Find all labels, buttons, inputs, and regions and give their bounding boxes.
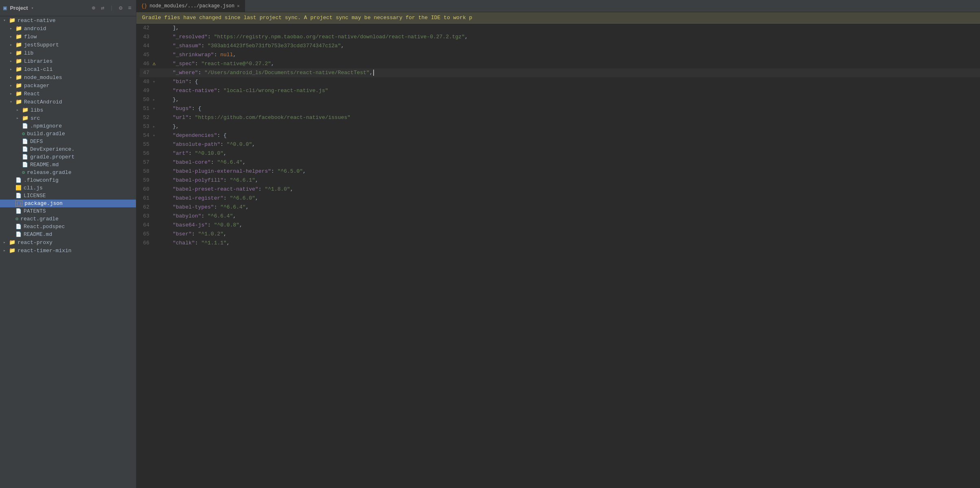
- tree-item-release_gradle[interactable]: ⚙release.gradle: [0, 169, 136, 176]
- tree-item-src[interactable]: ▸📁src: [0, 114, 136, 122]
- tree-item-label: React.podspec: [24, 224, 65, 230]
- tree-item-label: .npmignore: [30, 123, 62, 129]
- tree-item-react_proxy[interactable]: ▸📁react-proxy: [0, 238, 136, 246]
- file-icon: 📄: [22, 123, 28, 129]
- token-key: "chalk": [173, 240, 195, 246]
- token-key: "_resolved": [173, 34, 208, 40]
- tree-item-cli_js[interactable]: 🟨cli.js: [0, 184, 136, 192]
- tree-item-_npmignore[interactable]: 📄.npmignore: [0, 122, 136, 130]
- code-line: 51▾ "bugs": {: [140, 104, 980, 113]
- line-number: 42: [140, 24, 153, 33]
- active-tab[interactable]: {} node_modules/.../package.json ✕: [136, 0, 245, 12]
- line-number: 58: [140, 167, 153, 176]
- tree-item-label: build.gradle: [27, 131, 65, 137]
- tree-item-PATENTS[interactable]: 📄PATENTS: [0, 207, 136, 215]
- tree-item-label: libs: [31, 107, 43, 113]
- tree-item-build_gradle[interactable]: ⚙build.gradle: [0, 130, 136, 138]
- tree-item-DEFS[interactable]: 📄DEFS: [0, 138, 136, 145]
- token-punct: :: [195, 61, 201, 67]
- tree-item-lib[interactable]: ▸📁lib: [0, 49, 136, 57]
- folder-arrow-icon: ▸: [10, 51, 15, 55]
- gear-icon[interactable]: ⚙: [119, 4, 122, 11]
- sync-icon[interactable]: ⇄: [101, 4, 104, 11]
- collapse-icon[interactable]: ≡: [128, 5, 131, 11]
- project-header: ▣ Project ▾ ⊕ ⇄ | ⚙ ≡: [0, 0, 136, 16]
- token-key: "base64-js": [173, 222, 208, 228]
- add-icon[interactable]: ⊕: [92, 4, 95, 11]
- line-number: 47: [140, 68, 153, 77]
- code-line: 49 "react-native": "local-cli/wrong-reac…: [140, 86, 980, 95]
- code-line: 45 "_shrinkwrap": null,: [140, 51, 980, 59]
- token-punct: ,: [341, 43, 344, 49]
- file-icon: ⚙: [22, 169, 25, 176]
- editor-main: {} node_modules/.../package.json ✕ Gradl…: [136, 0, 980, 488]
- code-line: 53▸ },: [140, 122, 980, 131]
- code-editor[interactable]: 42 ],43 "_resolved": "https://registry.n…: [136, 24, 980, 488]
- folder-arrow-icon: ▸: [10, 91, 15, 96]
- file-tree: ▾📁react-native▸📁android▸📁flow▸📁jestSuppo…: [0, 16, 136, 255]
- tree-item-gradle_propert[interactable]: 📄gradle.propert: [0, 153, 136, 161]
- tree-item-LICENSE[interactable]: 📄LICENSE: [0, 192, 136, 200]
- token-punct: : {: [217, 132, 226, 138]
- tree-item-label: ReactAndroid: [24, 99, 62, 105]
- token-str: "^0.0.8": [214, 222, 239, 228]
- tree-item-package_json[interactable]: {}package.json: [0, 200, 136, 207]
- fold-gutter: ▸: [153, 95, 160, 104]
- header-dropdown-icon[interactable]: ▾: [31, 6, 34, 11]
- tree-item-react_gradle[interactable]: ⚙react.gradle: [0, 215, 136, 223]
- token-key: "_shrinkwrap": [173, 52, 214, 58]
- tree-item-label: cli.js: [24, 185, 43, 191]
- tab-label: node_modules/.../package.json: [149, 3, 234, 9]
- code-tokens: "chalk": "^1.1.1",: [160, 239, 230, 248]
- tree-item-README_md[interactable]: 📄README.md: [0, 231, 136, 238]
- tree-item-_flowconfig[interactable]: 📄.flowconfig: [0, 176, 136, 184]
- tree-item-jestSupport[interactable]: ▸📁jestSupport: [0, 41, 136, 49]
- code-tokens: "babel-plugin-external-helpers": "^6.5.0…: [160, 167, 306, 176]
- file-icon: 📄: [15, 231, 22, 237]
- folder-arrow-icon: ▸: [10, 26, 15, 31]
- token-punct: :: [271, 168, 278, 174]
- tree-item-React[interactable]: ▸📁React: [0, 90, 136, 98]
- token-key: "babel-core": [173, 159, 211, 165]
- token-punct: ,: [290, 186, 293, 192]
- fold-gutter: ▾: [153, 131, 160, 140]
- token-str: "https://github.com/facebook/react-nativ…: [195, 114, 350, 121]
- code-line: 54▾ "dependencies": {: [140, 131, 980, 140]
- line-number: 50: [140, 95, 153, 104]
- tree-item-React_podspec[interactable]: 📄React.podspec: [0, 223, 136, 231]
- tree-item-Libraries[interactable]: ▸📁Libraries: [0, 57, 136, 65]
- line-number: 51: [140, 104, 153, 113]
- fold-gutter: ▸: [153, 122, 160, 131]
- line-number: 49: [140, 86, 153, 95]
- tree-item-packager[interactable]: ▸📁packager: [0, 81, 136, 90]
- code-line: 58 "babel-plugin-external-helpers": "^6.…: [140, 167, 980, 176]
- token-str: "https://registry.npm.taobao.org/react-n…: [214, 34, 465, 40]
- tree-item-DevExperience_[interactable]: 📄DevExperience.: [0, 145, 136, 153]
- token-punct: : {: [192, 106, 201, 112]
- token-punct: ,: [246, 204, 249, 210]
- token-key: "bin": [173, 79, 188, 85]
- code-tokens: "babel-types": "^6.6.4",: [160, 203, 249, 212]
- tree-item-react_native[interactable]: ▾📁react-native: [0, 16, 136, 24]
- token-str: "react-native@^0.27.2": [201, 61, 271, 67]
- tree-item-libs[interactable]: ▸📁libs: [0, 106, 136, 114]
- token-key: "absolute-path": [173, 141, 220, 147]
- tree-item-ReactAndroid[interactable]: ▾📁ReactAndroid: [0, 98, 136, 106]
- folder-arrow-icon: ▸: [10, 67, 15, 72]
- code-tokens: "bin": {: [160, 77, 198, 86]
- file-icon: 📄: [15, 177, 22, 183]
- tree-item-local_cli[interactable]: ▸📁local-cli: [0, 65, 136, 73]
- tree-item-README_md[interactable]: 📄README.md: [0, 161, 136, 169]
- tree-item-label: react-native: [18, 18, 56, 24]
- tree-item-flow[interactable]: ▸📁flow: [0, 33, 136, 41]
- tree-item-label: .flowconfig: [24, 177, 59, 183]
- folder-icon: 📁: [15, 99, 22, 105]
- folder-icon: 📁: [15, 82, 22, 89]
- token-punct: :: [214, 204, 221, 210]
- code-tokens: "dependencies": {: [160, 131, 227, 140]
- tree-item-node_modules[interactable]: ▸📁node_modules: [0, 73, 136, 81]
- tree-item-react_timer_mixin[interactable]: ▸📁react-timer-mixin: [0, 246, 136, 255]
- token-punct: ,: [255, 177, 258, 183]
- tree-item-android[interactable]: ▸📁android: [0, 24, 136, 33]
- tab-close-icon[interactable]: ✕: [237, 3, 240, 9]
